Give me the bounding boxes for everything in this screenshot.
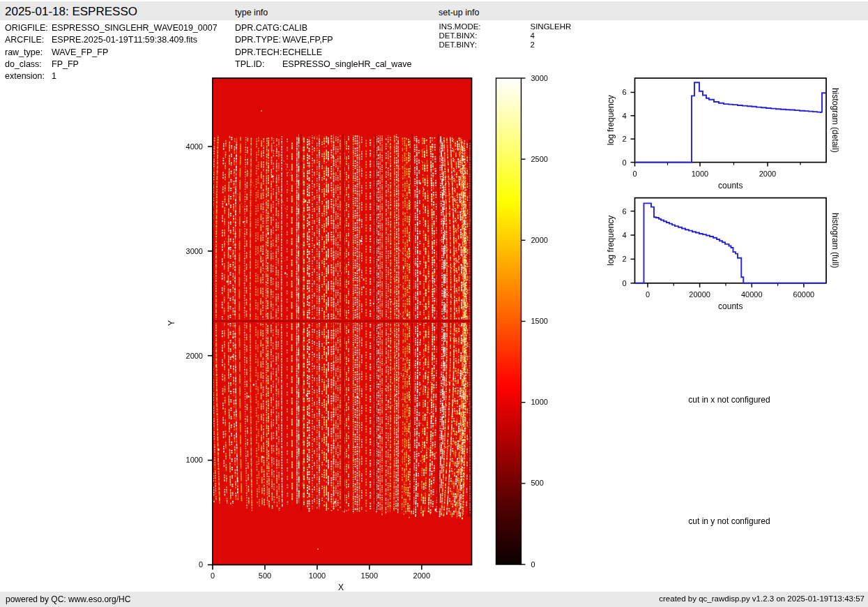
svg-text:log frequency: log frequency: [607, 95, 616, 145]
svg-text:6: 6: [622, 207, 626, 216]
svg-text:0: 0: [199, 560, 203, 569]
svg-text:counts: counts: [718, 301, 743, 311]
svg-text:4: 4: [622, 112, 626, 120]
svg-text:500: 500: [259, 571, 271, 580]
svg-text:0: 0: [632, 170, 637, 178]
svg-text:histogram (full): histogram (full): [830, 213, 840, 268]
svg-text:1000: 1000: [692, 170, 708, 178]
svg-text:cut in x not configured: cut in x not configured: [688, 395, 770, 405]
svg-text:0: 0: [622, 279, 626, 287]
svg-text:counts: counts: [718, 181, 743, 190]
svg-text:500: 500: [531, 479, 544, 487]
svg-text:1000: 1000: [531, 398, 548, 406]
svg-text:0: 0: [646, 290, 650, 299]
svg-text:log frequency: log frequency: [607, 216, 616, 266]
svg-text:2000: 2000: [759, 170, 776, 178]
svg-text:3000: 3000: [186, 247, 203, 255]
svg-text:20000: 20000: [689, 290, 710, 299]
svg-text:Y: Y: [167, 320, 176, 326]
svg-text:4: 4: [622, 231, 626, 239]
svg-text:0: 0: [531, 560, 535, 569]
svg-text:2500: 2500: [531, 155, 548, 163]
svg-text:2: 2: [622, 255, 626, 263]
svg-text:0: 0: [211, 571, 215, 580]
svg-text:1000: 1000: [309, 571, 326, 580]
svg-text:4000: 4000: [186, 142, 203, 151]
svg-text:2000: 2000: [413, 571, 430, 580]
svg-text:2: 2: [622, 135, 626, 143]
svg-text:cut in y not configured: cut in y not configured: [688, 516, 770, 526]
svg-text:histogram (detail): histogram (detail): [830, 88, 840, 153]
svg-text:40000: 40000: [741, 290, 763, 299]
svg-text:2000: 2000: [531, 236, 548, 244]
svg-text:3000: 3000: [531, 74, 548, 82]
svg-text:1500: 1500: [361, 571, 378, 580]
svg-text:X: X: [338, 583, 344, 592]
svg-text:0: 0: [622, 158, 626, 167]
svg-text:1500: 1500: [531, 317, 548, 325]
svg-text:1000: 1000: [186, 456, 203, 464]
svg-text:2000: 2000: [186, 352, 203, 360]
svg-text:6: 6: [622, 88, 626, 96]
svg-text:60000: 60000: [793, 290, 815, 299]
